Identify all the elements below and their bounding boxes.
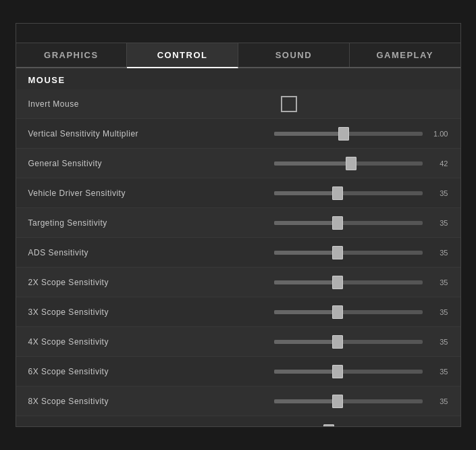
setting-row: ADS Sensitivity35 (16, 238, 460, 268)
slider-thumb[interactable] (332, 216, 343, 230)
slider-thumb[interactable] (332, 186, 343, 200)
slider-track[interactable] (274, 399, 423, 403)
slider-value: 35 (428, 368, 448, 376)
slider-fill (274, 161, 351, 166)
setting-control: 35 (170, 278, 448, 286)
slider-fill (274, 132, 344, 136)
setting-control: 35 (170, 189, 448, 197)
setting-control: 35 (170, 219, 448, 227)
slider-value: 35 (428, 397, 448, 405)
slider-thumb[interactable] (338, 127, 349, 141)
slider-value: 42 (428, 159, 448, 168)
setting-label: Invert Mouse (28, 99, 170, 109)
setting-row: 15X Scope Sensitivity30 (16, 416, 460, 426)
slider-track[interactable] (274, 310, 423, 314)
slider-fill (274, 280, 338, 284)
slider-track[interactable] (274, 251, 423, 255)
slider-thumb[interactable] (323, 424, 334, 427)
slider-track[interactable] (274, 370, 423, 374)
settings-title (16, 24, 460, 43)
slider-fill (274, 310, 338, 314)
slider-fill (274, 399, 338, 403)
setting-control (170, 96, 448, 112)
checkbox-container (170, 96, 448, 112)
setting-control: 35 (170, 308, 448, 316)
slider-thumb[interactable] (332, 246, 343, 259)
tab-control[interactable]: CONTROL (127, 43, 238, 68)
slider-value: 1.00 (428, 130, 448, 138)
setting-row: 8X Scope Sensitivity35 (16, 386, 460, 416)
slider-track[interactable] (274, 221, 423, 225)
setting-label: ADS Sensitivity (28, 248, 170, 257)
setting-label: 2X Scope Sensitivity (28, 278, 170, 287)
setting-label: 4X Scope Sensitivity (28, 337, 170, 347)
slider-track[interactable] (274, 132, 423, 136)
slider-track[interactable] (274, 161, 423, 166)
slider-fill (274, 340, 338, 344)
setting-control: 1.00 (170, 130, 448, 138)
slider-track[interactable] (274, 340, 423, 344)
setting-control: 35 (170, 368, 448, 376)
slider-value: 35 (428, 249, 448, 257)
content-area[interactable]: MOUSEInvert MouseVertical Sensitivity Mu… (16, 68, 460, 426)
slider-fill (274, 191, 338, 195)
slider-fill (274, 370, 338, 374)
setting-row: Targeting Sensitivity35 (16, 208, 460, 238)
setting-label: Vehicle Driver Sensitivity (28, 189, 170, 198)
slider-fill (274, 251, 338, 255)
slider-value: 35 (428, 189, 448, 197)
section-header: MOUSE (16, 68, 460, 89)
slider-fill (274, 221, 338, 225)
setting-control: 35 (170, 338, 448, 346)
slider-value: 35 (428, 338, 448, 346)
slider-track[interactable] (274, 191, 423, 195)
setting-label: 3X Scope Sensitivity (28, 307, 170, 317)
setting-control: 42 (170, 159, 448, 168)
setting-row: 4X Scope Sensitivity35 (16, 327, 460, 357)
slider-value: 35 (428, 278, 448, 286)
slider-thumb[interactable] (332, 276, 343, 289)
setting-control: 35 (170, 249, 448, 257)
slider-value: 35 (428, 308, 448, 316)
setting-row: Invert Mouse (16, 89, 460, 119)
slider-track[interactable] (274, 280, 423, 284)
settings-window: GRAPHICSCONTROLSOUNDGAMEPLAY MOUSEInvert… (16, 23, 461, 427)
slider-thumb[interactable] (332, 395, 343, 408)
setting-label: General Sensitivity (28, 159, 170, 168)
slider-value: 35 (428, 219, 448, 227)
setting-row: Vertical Sensitivity Multiplier1.00 (16, 119, 460, 149)
slider-thumb[interactable] (346, 157, 356, 170)
setting-row: Vehicle Driver Sensitivity35 (16, 178, 460, 208)
slider-thumb[interactable] (332, 335, 343, 349)
tab-gameplay[interactable]: GAMEPLAY (350, 43, 460, 67)
tab-graphics[interactable]: GRAPHICS (16, 43, 128, 67)
setting-label: 6X Scope Sensitivity (28, 367, 170, 376)
setting-label: Targeting Sensitivity (28, 218, 170, 228)
invert-mouse-checkbox[interactable] (281, 96, 297, 112)
setting-label: 15X Scope Sensitivity (28, 426, 170, 427)
slider-thumb[interactable] (332, 305, 343, 319)
setting-label: Vertical Sensitivity Multiplier (28, 129, 170, 139)
slider-thumb[interactable] (332, 365, 343, 378)
setting-row: General Sensitivity42 (16, 149, 460, 178)
setting-label: 8X Scope Sensitivity (28, 397, 170, 406)
tab-sound[interactable]: SOUND (238, 43, 350, 67)
setting-row: 6X Scope Sensitivity35 (16, 357, 460, 386)
tabs-bar: GRAPHICSCONTROLSOUNDGAMEPLAY (16, 43, 460, 68)
setting-row: 2X Scope Sensitivity35 (16, 268, 460, 297)
setting-control: 35 (170, 397, 448, 405)
setting-row: 3X Scope Sensitivity35 (16, 297, 460, 327)
